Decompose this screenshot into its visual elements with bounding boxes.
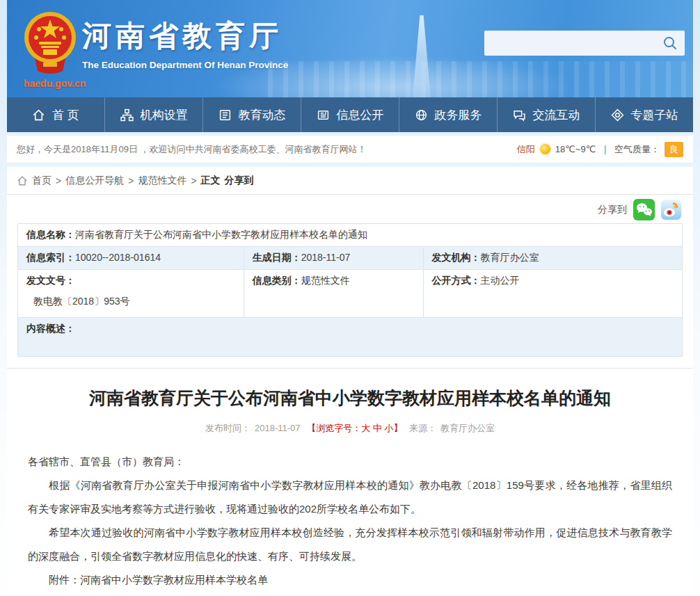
search-icon[interactable] [662,35,678,51]
site-header: haedu.gov.cn 河南省教育厅 The Education Depart… [7,0,693,97]
nav-label: 信息公开 [337,107,384,123]
weather-city: 信阳 [517,143,535,156]
article-paragraph: 各省辖市、直管县（市）教育局： [28,450,672,474]
table-row: 内容概述： [18,318,683,357]
breadcrumb-separator: > [128,175,134,186]
subsite-icon [611,108,624,122]
site-brand: 河南省教育厅 The Education Department Of Henan… [82,17,288,70]
nav-label: 交流互动 [533,107,580,123]
main-nav: 首 页 机构设置 教育动态 信息公开 政务服务 交流互动 专题子站 [7,97,693,132]
breadcrumb-separator: > [56,175,61,186]
publish-time-label: 发布时间： [205,423,250,433]
info-summary-label: 内容概述： [26,323,75,334]
breadcrumb-item-home[interactable]: 首页 [32,175,51,187]
air-quality-badge: 良 [665,142,683,157]
breadcrumb-separator: > [191,175,196,186]
info-name-value: 河南省教育厅关于公布河南省中小学数字教材应用样本校名单的通知 [75,229,367,240]
info-category-value: 规范性文件 [301,275,350,286]
article-meta: 发布时间：2018-11-07 【浏览字号：大 中 小】 来源：教育厅办公室 [28,422,672,435]
table-row: 发文文号： 教电教〔2018〕953号 信息类别：规范性文件 公开方式：主动公开 [18,270,683,318]
table-row: 信息索引：10020--2018-01614 生成日期：2018-11-07 发… [18,247,683,270]
service-icon [415,108,428,122]
info-date-label: 生成日期： [253,252,301,263]
info-date-value: 2018-11-07 [301,252,351,263]
font-size-switcher[interactable]: 【浏览字号：大 中 小】 [307,423,402,433]
wechat-icon[interactable] [633,199,655,220]
info-method-value: 主动公开 [481,275,520,286]
status-bar: 您好，今天是2018年11月09日 ，欢迎访问中共河南省委高校工委、河南省教育厅… [7,136,693,163]
breadcrumb-item-info-nav[interactable]: 信息公开导航 [65,175,124,187]
sun-icon [540,144,550,154]
weather-widget: 信阳 18℃~9℃ ｜ 空气质量： 良 [517,142,683,157]
source-label: 来源： [409,423,436,433]
site-domain: haedu.gov.cn [24,78,86,89]
article-body: 各省辖市、直管县（市）教育局： 根据《河南省教育厅办公室关于申报河南省中小学数字… [28,450,672,596]
info-org-label: 发文机构： [432,252,481,263]
nav-item-education-news[interactable]: 教育动态 [203,97,301,132]
publish-time-value: 2018-11-07 [255,423,301,433]
home-icon [32,108,45,122]
article-title: 河南省教育厅关于公布河南省中小学数字教材应用样本校名单的通知 [28,387,672,410]
greeting-text: 您好，今天是2018年11月09日 ，欢迎访问中共河南省委高校工委、河南省教育厅… [17,143,367,156]
info-docnum-value: 教电教〔2018〕953号 [26,287,235,312]
info-name-label: 信息名称： [26,229,75,240]
article-paragraph: 根据《河南省教育厅办公室关于申报河南省中小学数字教材应用样本校的通知》教办电教〔… [28,474,672,521]
share-label: 分享到 [598,204,627,216]
article-paragraph: 希望本次通过验收的河南省中小学数字教材应用样本校创造经验，充分发挥样本校示范引领… [28,521,672,568]
info-category-label: 信息类别： [253,275,301,286]
info-table: 信息名称：河南省教育厅关于公布河南省中小学数字教材应用样本校名单的通知 信息索引… [17,223,683,357]
article-paragraph-attachment: 附件：河南省中小学数字教材应用样本学校名单 [28,568,672,592]
breadcrumb-share-suffix: 分享到 [225,175,254,187]
city-skyline [268,61,693,97]
air-quality-label: 空气质量： [614,143,660,156]
nav-label: 机构设置 [141,107,188,123]
nav-item-special-subsites[interactable]: 专题子站 [596,97,693,132]
news-icon [218,108,232,122]
search-box [484,31,685,56]
nav-item-organization[interactable]: 机构设置 [105,97,203,132]
info-org-value: 教育厅办公室 [481,252,539,263]
nav-item-government-services[interactable]: 政务服务 [399,97,498,132]
article: 河南省教育厅关于公布河南省中小学数字教材应用样本校名单的通知 发布时间：2018… [7,368,693,596]
national-emblem-icon [22,10,78,78]
info-docnum-label: 发文文号： [26,275,75,286]
nav-label: 政务服务 [435,107,482,123]
home-icon [17,175,28,186]
nav-label: 专题子站 [631,107,678,123]
page: haedu.gov.cn 河南省教育厅 The Education Depart… [7,0,693,596]
org-icon [120,108,134,122]
breadcrumb-item-normative-docs[interactable]: 规范性文件 [138,175,186,187]
source-value: 教育厅办公室 [440,423,495,433]
nav-label: 教育动态 [239,107,286,123]
site-title-english: The Education Department Of Henan Provin… [82,60,288,70]
weibo-icon[interactable] [661,200,681,220]
nav-item-information-disclosure[interactable]: 信息公开 [301,97,399,132]
breadcrumb: 首页 > 信息公开导航 > 规范性文件 > 正文分享到 [7,167,693,195]
share-row: 分享到 [17,195,683,223]
info-index-value: 10020--2018-01614 [75,252,161,263]
nav-label: 首 页 [52,107,79,123]
weather-temperature: 18℃~9℃ [555,144,596,154]
table-row: 信息名称：河南省教育厅关于公布河南省中小学数字教材应用样本校名单的通知 [18,224,683,247]
site-title: 河南省教育厅 [82,17,288,56]
nav-item-home[interactable]: 首 页 [7,97,105,132]
info-icon [317,108,330,122]
search-input[interactable] [484,31,685,56]
chat-icon [513,108,526,122]
main-content: 分享到 [7,195,693,596]
info-index-label: 信息索引： [26,252,75,263]
weather-divider: ｜ [600,143,610,156]
info-method-label: 公开方式： [432,275,481,286]
nav-item-interaction[interactable]: 交流互动 [498,97,596,132]
breadcrumb-current: 正文 [201,175,221,187]
